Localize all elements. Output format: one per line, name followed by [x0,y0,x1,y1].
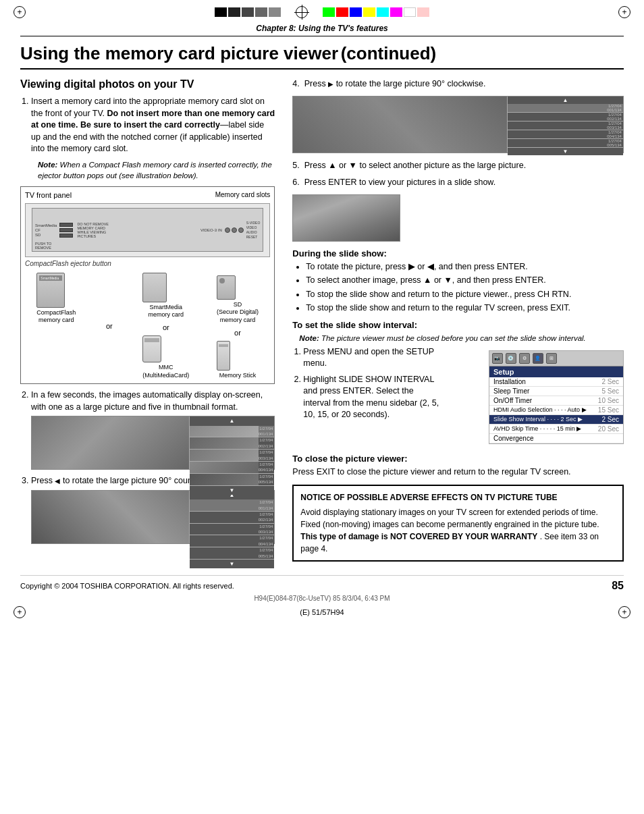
mmc-card-shape [142,335,161,362]
thumb-arrow-down: ▼ [190,486,275,495]
sd-label: SD(Secure Digital)memory card [217,301,259,325]
left-column: Viewing digital photos on your TV Insert… [20,78,286,562]
center-crosshair [294,5,309,20]
thumb-4: 1/27/04004/134 [190,462,275,474]
setup-row-slideshow-value: 2 Sec [601,416,619,423]
section-title-left: Viewing digital photos on your TV [20,78,275,90]
thumb3-3: 1/27/04003/134 [190,524,275,536]
bullet-4: To stop the slide show and return to the… [306,302,624,315]
menu-icon-grid: ⊞ [546,353,557,364]
setup-row-installation-label: Installation [493,378,526,385]
thumb-5: 1/27/04005/134 [190,474,275,486]
setup-menu-title: Setup [489,367,623,377]
sd-card-shape [217,275,236,300]
bullet-2: To select another image, press ▲ or ▼, a… [306,275,624,287]
menu-icon-settings: ⚙ [519,353,530,364]
tv-panel-img: SmartMedia CF SD DO NOT REMOVE MEMORY CA… [25,203,270,257]
sm-mmc-column: SmartMediamemory card or MMC(MultiMediaC… [142,273,189,380]
setup-row-convergence: Convergence [489,434,623,443]
sd-card: SD(Secure Digital)memory card [217,275,259,325]
color-bars-left [215,7,281,17]
bullet-3: To stop the slide show and return to the… [306,289,624,301]
thumb4-arrow-down: ▼ [508,148,623,155]
steps-list-left: Insert a memory card into the appropriat… [20,96,275,181]
setup-menu-icons: 📷 💿 ⚙ 👤 ⊞ [489,351,623,367]
setup-row-installation: Installation 2 Sec [489,377,623,387]
set-interval-steps-list: Press MENU and open the SETUP menu. High… [292,346,441,421]
file-info: H94(E)084-87(8c-UseTV) 85 8/3/04, 6:43 P… [0,595,644,602]
compactflash-card: SmartMedia CompactFlashmemory card [36,273,76,325]
tv-panel-box: TV front panel Memory card slots SmartMe… [20,186,275,385]
set-interval-note-label: Note: [299,334,319,342]
setup-row-sleep: Sleep Timer 5 Sec [489,387,623,396]
ms-label: Memory Stick [217,372,259,380]
close-viewer-title: To close the picture viewer: [292,454,624,464]
footer-copyright: Copyright © 2004 TOSHIBA CORPORATION. Al… [20,582,234,590]
chapter-header: Chapter 8: Using the TV's features [20,24,624,36]
set-interval-step-1: Press MENU and open the SETUP menu. [303,346,441,370]
set-interval-note-text: The picture viewer must be closed before… [321,334,586,342]
or-text-3: or [234,329,241,337]
step-5-text: 5. Press ▲ or ▼ to select another pictur… [292,161,526,170]
thumb-3: 1/27/04003/134 [190,450,275,462]
setup-row-avhd-value: 20 Sec [598,425,619,433]
cf-ejector-label: CompactFlash ejector button [25,260,111,267]
right-column: 4. Press ▶ to rotate the large picture 9… [286,78,624,562]
note-label-1: Note: [38,161,57,169]
setup-row-onoff-value: 10 Sec [598,397,619,404]
page-title-section: Using the memory card picture viewer (co… [20,43,624,70]
step-4-text: 4. Press ▶ to rotate the large picture 9… [292,79,485,88]
sm-card-shape [142,273,167,302]
setup-row-hdmi: HDMI Audio Selection · · · · Auto ▶ 15 S… [489,406,623,415]
step-6-photo [292,194,400,242]
set-interval-steps: Press MENU and open the SETUP menu. High… [292,346,441,427]
setup-row-sleep-label: Sleep Timer [493,387,529,395]
card-grid: SmartMedia CompactFlashmemory card or Sm… [25,273,270,380]
step-4: 4. Press ▶ to rotate the large picture 9… [292,78,624,90]
setup-row-onoff-label: On/Off Timer [493,397,532,404]
thumb-arrow-up: ▲ [190,416,275,425]
close-viewer-text: Press EXIT to close the picture viewer a… [292,466,624,479]
setup-row-slideshow: Slide Show Interval · · · · 2 Sec ▶ 2 Se… [489,415,623,425]
thumb3-2: 1/27/04002/134 [190,512,275,524]
set-interval-content: Press MENU and open the SETUP menu. High… [292,346,624,448]
sm-label: SmartMediamemory card [142,304,189,319]
step-2-text: In a few seconds, the images automatical… [31,390,263,412]
during-slide-show-title: During the slide show: [292,248,624,259]
thumb4-4: 1/27/04004/134 [508,130,623,139]
memory-card-slots-label: Memory card slots [215,191,271,198]
thumb4-1: 1/27/04001/134 [508,104,623,113]
thumb3-arrow-down: ▼ [190,560,275,568]
step-1: Insert a memory card into the appropriat… [31,96,275,181]
notice-title: NOTICE OF POSSIBLE ADVERSE EFFECTS ON TV… [300,491,616,504]
page-number: 85 [612,580,624,592]
setup-row-installation-value: 2 Sec [601,378,619,385]
ms-card: Memory Stick [217,341,259,380]
set-interval-step-2: Highlight SLIDE SHOW INTERVAL and press … [303,374,441,421]
footer: Copyright © 2004 TOSHIBA CORPORATION. Al… [20,575,624,592]
set-slide-interval-title: To set the slide show interval: [292,320,624,330]
set-interval-note: Note: The picture viewer must be closed … [299,334,624,342]
bottom-marks: + (E) 51/57H94 + [0,602,644,622]
bottom-file-ref: (E) 51/57H94 [300,608,344,616]
menu-icon-person: 👤 [533,353,543,364]
thumb-1: 1/27/04001/134 [190,426,275,438]
thumb4-arrow-up: ▲ [508,97,623,104]
step-1-text: Insert a memory card into the appropriat… [31,97,275,153]
notice-bold: This type of damage is NOT COVERED BY YO… [300,532,537,541]
setup-row-hdmi-label: HDMI Audio Selection · · · · Auto ▶ [493,406,587,414]
cf-label: CompactFlashmemory card [36,309,76,325]
thumb4-2: 1/27/04002/134 [508,113,623,121]
photo-main-2 [32,416,190,469]
step-2: In a few seconds, the images automatical… [31,389,275,470]
menu-icon-disc: 💿 [506,353,516,364]
ms-card-shape [217,341,230,371]
thumb3-4: 1/27/04004/134 [190,535,275,547]
menu-icon-camera: 📷 [492,353,503,364]
setup-row-sleep-value: 5 Sec [601,387,619,395]
setup-row-onoff: On/Off Timer 10 Sec [489,396,623,406]
photo-thumbs-2: ▲ 1/27/04001/134 1/27/04002/134 1/2 [190,416,275,469]
step-4-photo-viewer: ▲ 1/27/04001/134 1/27/04002/134 1/27/040… [292,96,624,153]
set-interval-step-2-text: Highlight SLIDE SHOW INTERVAL and press … [303,375,439,420]
setup-row-hdmi-value: 15 Sec [598,406,619,414]
